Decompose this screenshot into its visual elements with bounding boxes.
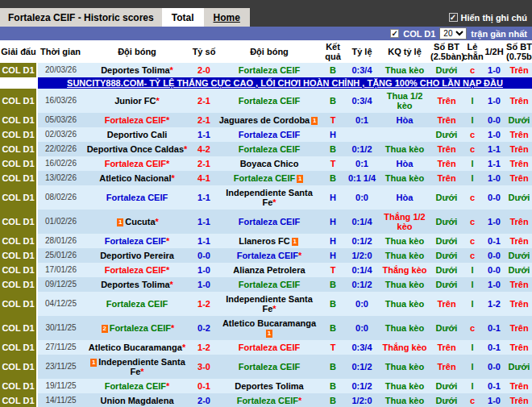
- home-team-cell: Deportiva Once Caldas*: [84, 142, 190, 156]
- score-cell: 0-0: [190, 248, 218, 263]
- away-team-cell: Fortaleza CEIF*: [218, 248, 321, 263]
- odds-result-cell: Thắng kèo: [379, 263, 430, 277]
- league-cell: COL D1: [0, 185, 37, 210]
- league-cell: COL D1: [0, 89, 37, 113]
- over-under-0-75-cell: Dưới: [506, 263, 532, 277]
- score-cell: 2-0: [190, 63, 218, 77]
- away-team-name: Fortaleza CEIF: [239, 65, 300, 75]
- result-cell: H: [321, 234, 345, 248]
- over-under-0-75-cell: Trên: [506, 277, 532, 292]
- home-team-name: Fortaleza CEIF: [105, 159, 166, 168]
- over-under-0-75-cell: Trên: [506, 379, 532, 393]
- league-cell: COL D1: [0, 316, 37, 340]
- match-row: COL D119/11/25Fortaleza CEIF*0-1Deportes…: [0, 379, 532, 393]
- away-team-name: Fortaleza CEIF: [239, 144, 300, 154]
- away-team-cell: Fortaleza CEIF: [218, 277, 321, 292]
- half-time-score-cell: 0-0: [482, 263, 506, 277]
- league-cell: COL D1: [0, 277, 37, 292]
- tab-home[interactable]: Home: [204, 8, 250, 27]
- handicap-odds-cell: 0:1/2: [345, 142, 379, 156]
- date-cell: 09/12/25: [37, 277, 84, 292]
- over-under-0-75-cell: Trên: [506, 142, 532, 156]
- home-team-name: Fortaleza CEIF: [106, 299, 168, 309]
- odds-result-cell: Thua kèo: [379, 379, 430, 393]
- result-cell: B: [321, 292, 345, 316]
- away-team-cell: Fortaleza CEIF: [218, 63, 321, 77]
- odds-result-cell: Thua kèo: [379, 142, 430, 156]
- odd-even-cell: c: [463, 316, 482, 340]
- tab-total[interactable]: Total: [162, 8, 204, 27]
- league-cell: COL D1: [0, 142, 37, 156]
- red-card-icon: 1: [311, 117, 318, 125]
- score-cell: 2-1: [190, 113, 218, 127]
- odd-even-cell: l: [463, 340, 482, 355]
- home-team-cell: Deportivo Pereira: [84, 248, 190, 263]
- match-row: COL D125/01/26Deportivo Pereira0-0Fortal…: [0, 248, 532, 263]
- result-cell: B: [321, 89, 345, 113]
- match-row: COL D130/11/252Fortaleza CEIF*0-2Atletic…: [0, 316, 532, 340]
- historic-scores-page: Fortaleza CEIF - Historic scores Total H…: [0, 0, 532, 407]
- show-notes-checkbox[interactable]: ✓: [449, 13, 458, 22]
- star-marker: *: [170, 280, 173, 289]
- date-cell: 19/11/25: [37, 379, 84, 393]
- column-header-1: Thời gian: [37, 40, 84, 63]
- over-under-2-5-cell: Trên: [430, 340, 463, 355]
- home-team-cell: Deportes Tolima*: [84, 63, 190, 77]
- over-under-2-5-cell: Dưới: [430, 263, 463, 277]
- over-under-2-5-cell: Trên: [430, 142, 463, 156]
- handicap-odds-cell: 0:0: [345, 316, 379, 340]
- away-team-cell: Deportes Tolima: [218, 379, 321, 393]
- score-cell: 1-0: [190, 277, 218, 292]
- home-team-name: Fortaleza CEIF: [106, 193, 168, 202]
- home-team-cell: Junior FC*: [84, 89, 190, 113]
- handicap-odds-cell: 0:1/2: [345, 355, 379, 379]
- league-cell: COL D1: [0, 113, 37, 127]
- filter-bar: ✓ COL D1 20 trận gần nhất: [0, 27, 532, 40]
- odds-result-cell: Thua kèo: [379, 171, 430, 185]
- show-notes-label: Hiển thị ghi chú: [461, 13, 528, 23]
- ad-banner-link[interactable]: SUNCITY888.COM- TỶ LỆ THẮNG CỰC CAO , LỐ…: [37, 77, 532, 89]
- odds-result-cell: Thua kèo: [379, 248, 430, 263]
- red-card-icon: 1: [297, 175, 303, 183]
- over-under-0-75-cell: Trên: [506, 292, 532, 316]
- match-row: COL D102/03/26Deportivo Cali1-1Fortaleza…: [0, 127, 532, 142]
- league-cell: COL D1: [0, 171, 37, 185]
- home-team-cell: Deportivo Cali: [84, 127, 190, 142]
- score-cell: 1-1: [190, 210, 218, 234]
- half-time-score-cell: 1-0: [482, 171, 506, 185]
- handicap-odds-cell: 0:1 1/4: [345, 171, 379, 185]
- odd-even-cell: l: [463, 89, 482, 113]
- score-cell: 1-2: [190, 292, 218, 316]
- home-team-name: Deportes Tolima: [101, 280, 169, 289]
- column-header-6: Tỷ lệ: [345, 40, 379, 63]
- match-row: COL D108/02/26Fortaleza CEIF1-1Independi…: [0, 185, 532, 210]
- league-cell: COL D1: [0, 63, 37, 77]
- away-team-cell: Fortaleza CEIF: [218, 89, 321, 113]
- league-cell: COL D1: [0, 263, 37, 277]
- date-cell: 23/11/25: [37, 355, 84, 379]
- odds-result-cell: Thắng kèo: [379, 340, 430, 355]
- match-row: COL D128/01/26Fortaleza CEIF*1-1Llaneros…: [0, 234, 532, 248]
- star-marker: *: [272, 304, 276, 314]
- odds-result-cell: [379, 127, 430, 142]
- match-row: COL D117/01/26Fortaleza CEIF*1-0Alianza …: [0, 263, 532, 277]
- away-team-cell: Fortaleza CEIF: [218, 127, 321, 142]
- league-filter-checkbox[interactable]: ✓: [390, 29, 399, 38]
- over-under-2-5-cell: Dưới: [430, 63, 463, 77]
- home-team-name: Deportivo Pereira: [100, 251, 174, 260]
- match-count-select[interactable]: 20: [439, 27, 467, 39]
- odds-result-cell: Thua kèo: [379, 316, 430, 340]
- over-under-0-75-cell: Dưới: [506, 355, 532, 379]
- half-time-score-cell: 1-1: [482, 142, 506, 156]
- match-row: COL D109/12/25Deportes Tolima*1-0Fortale…: [0, 277, 532, 292]
- result-cell: B: [321, 316, 345, 340]
- over-under-0-75-cell: Trên: [506, 127, 532, 142]
- date-cell: 13/02/26: [37, 171, 84, 185]
- half-time-score-cell: 1-0: [482, 210, 506, 234]
- home-team-cell: Deportes Tolima*: [84, 277, 190, 292]
- half-time-score-cell: 0-0: [482, 355, 506, 379]
- odds-result-cell: Hòa: [379, 185, 430, 210]
- date-cell: 14/11/25: [37, 393, 84, 407]
- odd-even-cell: l: [463, 171, 482, 185]
- half-time-score-cell: 1-1: [482, 156, 506, 171]
